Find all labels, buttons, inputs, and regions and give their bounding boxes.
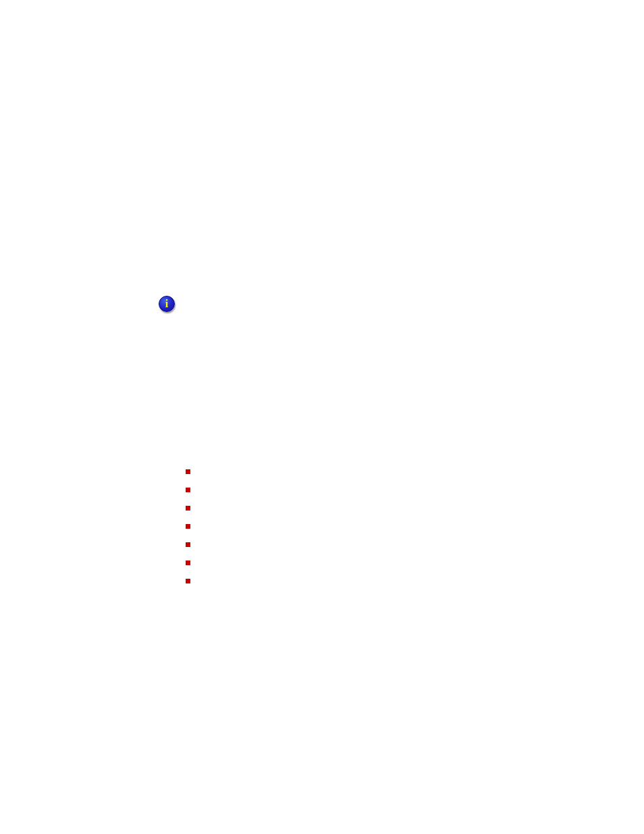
bullet-marker — [186, 579, 190, 583]
info-circle: i — [159, 296, 175, 312]
bullet-marker — [186, 561, 190, 565]
bullet-list — [186, 469, 190, 597]
bullet-marker — [186, 506, 190, 511]
info-letter: i — [165, 298, 168, 309]
info-icon: i — [159, 296, 176, 313]
bullet-marker — [186, 488, 190, 492]
bullet-marker — [186, 542, 190, 547]
bullet-marker — [186, 469, 190, 474]
bullet-marker — [186, 524, 190, 529]
